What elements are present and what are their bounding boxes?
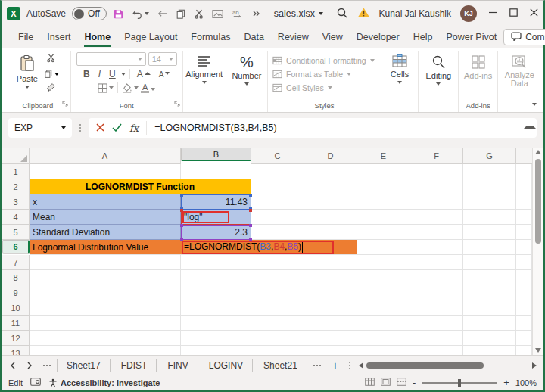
tab-developer[interactable]: Developer	[350, 28, 406, 48]
cell[interactable]	[410, 331, 463, 346]
cell[interactable]	[304, 300, 357, 316]
column-header-f[interactable]: F	[410, 148, 463, 164]
borders-button[interactable]	[98, 83, 114, 93]
underline-button[interactable]: U	[106, 68, 119, 80]
cell[interactable]	[304, 346, 357, 355]
sheet-overflow-right-icon[interactable]	[309, 365, 325, 366]
fill-color-button[interactable]	[122, 83, 139, 93]
name-box[interactable]: EXP	[8, 118, 72, 138]
zoom-in-button[interactable]: +	[503, 377, 509, 388]
shrink-font-button[interactable]: A	[156, 70, 173, 79]
tab-review[interactable]: Review	[271, 28, 316, 48]
cell[interactable]	[357, 316, 410, 331]
macro-record-icon[interactable]	[30, 378, 41, 387]
user-name[interactable]: Kunal Jai Kaushik	[379, 8, 451, 19]
row-header-7[interactable]: 7	[2, 255, 30, 270]
conditional-formatting-button[interactable]: Conditional Formatting	[269, 55, 379, 66]
cell[interactable]	[410, 316, 463, 331]
select-all-corner[interactable]	[2, 148, 30, 164]
underline-caret-icon[interactable]	[121, 73, 126, 76]
row-header-4[interactable]: 4	[2, 210, 30, 225]
font-name-select[interactable]	[76, 52, 146, 66]
add-sheet-button[interactable]: +	[327, 359, 344, 372]
cell[interactable]	[30, 270, 181, 285]
formula-input-area[interactable]: fx =LOGNORMDIST(B3,B4,B5)	[89, 118, 537, 138]
copy-button[interactable]	[44, 69, 59, 79]
cell[interactable]	[463, 331, 516, 346]
zoom-slider[interactable]	[422, 382, 497, 384]
sheet-tab-fdist[interactable]: FDIST	[112, 359, 157, 372]
row-header-9[interactable]: 9	[2, 285, 30, 300]
cell-a4[interactable]: Mean	[30, 210, 181, 225]
cell[interactable]	[251, 346, 304, 355]
normal-view-icon[interactable]	[365, 378, 375, 387]
cell[interactable]	[304, 270, 357, 285]
accessibility-status[interactable]: Accessibility: Investigate	[48, 378, 160, 387]
cell[interactable]	[181, 285, 251, 300]
cell[interactable]	[410, 225, 463, 240]
row-header-3[interactable]: 3	[2, 194, 30, 210]
scroll-up-icon[interactable]	[535, 150, 541, 154]
vertical-scrollbar[interactable]	[532, 148, 543, 355]
cancel-button[interactable]	[96, 121, 104, 135]
alignment-button[interactable]: Alignment	[185, 52, 223, 84]
horizontal-scroll-track[interactable]	[366, 362, 529, 369]
cell[interactable]	[410, 270, 463, 285]
cell[interactable]	[251, 300, 304, 316]
editing-caret-icon[interactable]	[436, 82, 441, 86]
cell[interactable]	[463, 179, 516, 194]
scroll-right-icon[interactable]	[532, 362, 537, 369]
cell[interactable]	[463, 210, 516, 225]
italic-button[interactable]: I	[95, 68, 104, 80]
cell[interactable]	[357, 331, 410, 346]
warning-icon[interactable]	[357, 7, 370, 20]
cut-icon[interactable]	[194, 8, 204, 20]
tab-data[interactable]: Data	[237, 28, 270, 48]
scroll-down-icon[interactable]	[535, 348, 541, 353]
paste-caret-icon[interactable]	[25, 86, 30, 89]
zoom-out-button[interactable]: -	[413, 377, 416, 388]
cell[interactable]	[251, 331, 304, 346]
cell[interactable]	[463, 164, 516, 179]
search-icon[interactable]	[336, 7, 348, 21]
cell[interactable]	[463, 300, 516, 316]
cell[interactable]	[251, 255, 304, 270]
cell[interactable]	[410, 255, 463, 270]
ribbon-collapse-icon[interactable]	[532, 103, 537, 106]
tab-view[interactable]: View	[316, 28, 350, 48]
tab-help[interactable]: Help	[406, 28, 440, 48]
zoom-slider-thumb[interactable]	[458, 379, 461, 387]
row-header-13[interactable]: 13	[2, 346, 30, 355]
grow-font-button[interactable]: A	[134, 68, 154, 80]
cell[interactable]	[410, 194, 463, 210]
qat-overflow-icon[interactable]	[251, 10, 260, 17]
cell[interactable]	[251, 316, 304, 331]
cell[interactable]	[30, 255, 181, 270]
comments-button[interactable]: Comments	[503, 29, 545, 45]
column-header-c[interactable]: C	[251, 148, 304, 164]
copy-caret-icon[interactable]	[54, 73, 59, 76]
cell[interactable]	[304, 179, 357, 194]
tab-insert[interactable]: Insert	[40, 28, 77, 48]
zoom-level[interactable]: 100%	[515, 378, 537, 387]
column-header-a[interactable]: A	[30, 148, 181, 164]
cell[interactable]	[304, 331, 357, 346]
page-layout-view-icon[interactable]	[381, 378, 391, 387]
cell[interactable]	[463, 285, 516, 300]
cell[interactable]	[357, 164, 410, 179]
cell[interactable]	[181, 255, 251, 270]
cell[interactable]	[463, 255, 516, 270]
cell[interactable]	[357, 179, 410, 194]
excel-logo-icon[interactable]: X	[7, 7, 20, 20]
cell[interactable]	[463, 270, 516, 285]
number-button[interactable]: % Number	[232, 52, 261, 86]
row-header-6[interactable]: 6	[2, 240, 30, 254]
cut-button[interactable]	[46, 52, 56, 66]
cell[interactable]	[357, 194, 410, 210]
cell[interactable]	[181, 316, 251, 331]
cell[interactable]	[463, 316, 516, 331]
horizontal-scroll-thumb[interactable]	[366, 362, 484, 369]
sheet-nav-right-icon[interactable]	[22, 362, 37, 369]
cell[interactable]	[304, 194, 357, 210]
font-size-select[interactable]: 14	[148, 52, 177, 66]
